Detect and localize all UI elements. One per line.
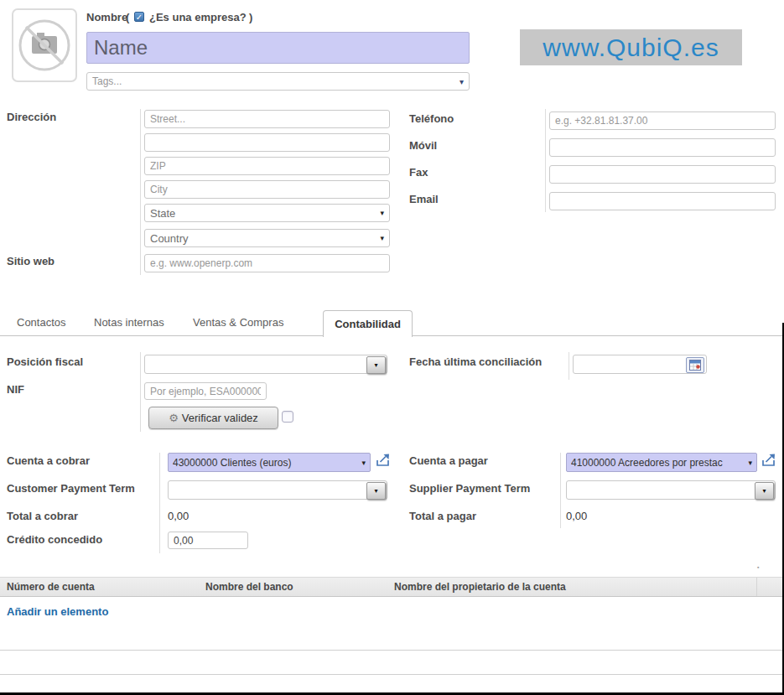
fiscal-position-select[interactable]: ▾ (144, 355, 387, 374)
payable-account-value: 41000000 Acreedores por prestac (571, 457, 745, 469)
column-header-bank-name[interactable]: Nombre del banco (205, 581, 293, 593)
tab-contabilidad[interactable]: Contabilidad (323, 310, 413, 337)
chevron-down-icon: ▾ (748, 459, 752, 467)
check-icon: ✓ (136, 13, 143, 22)
total-receivable-label: Total a cobrar (7, 510, 78, 522)
name-input[interactable] (86, 32, 470, 64)
chevron-down-icon[interactable]: ▾ (366, 356, 386, 374)
divider (545, 109, 546, 212)
external-link-icon (376, 454, 391, 468)
phone-input[interactable] (549, 112, 776, 130)
chevron-down-icon: ▾ (361, 459, 366, 467)
supplier-payment-term-label: Supplier Payment Term (409, 482, 530, 495)
no-camera-icon (12, 8, 77, 82)
tab-notas-internas[interactable]: Notas internas (94, 316, 164, 329)
mobile-input[interactable] (549, 138, 776, 157)
street2-input[interactable] (144, 133, 390, 152)
is-company-label: ¿Es una empresa? (149, 11, 247, 23)
chevron-down-icon: ▾ (380, 209, 384, 217)
tab-ventas-compras[interactable]: Ventas & Compras (193, 316, 283, 329)
verify-vat-button[interactable]: ⚙ Verificar validez (148, 407, 278, 429)
last-reconciliation-date-input[interactable] (573, 355, 707, 374)
chevron-down-icon[interactable]: ▾ (755, 482, 774, 500)
last-reconciliation-label: Fecha última conciliación (409, 355, 542, 368)
avatar[interactable] (12, 8, 77, 86)
tab-contactos[interactable]: Contactos (17, 316, 66, 329)
qubiq-watermark: www.QubiQ.es (520, 29, 742, 65)
website-input[interactable] (144, 254, 390, 272)
credit-limit-label: Crédito concedido (7, 533, 102, 546)
country-select[interactable]: Country ▾ (144, 229, 390, 247)
is-company-checkbox[interactable]: ✓ (134, 12, 144, 22)
divider (756, 578, 757, 596)
paren-open: ( (126, 11, 129, 23)
chevron-down-icon: ▾ (380, 234, 384, 242)
total-payable-value: 0,00 (566, 510, 587, 522)
city-input[interactable] (144, 180, 390, 199)
paren-close: ) (249, 11, 252, 23)
state-select-value: State (150, 207, 175, 220)
payable-account-select[interactable]: 41000000 Acreedores por prestac ▾ (566, 453, 757, 472)
divider (0, 650, 784, 651)
open-payable-account-button[interactable] (761, 454, 776, 471)
email-label: Email (409, 193, 439, 205)
mobile-label: Móvil (409, 139, 437, 152)
total-receivable-value: 0,00 (168, 510, 189, 522)
open-receivable-account-button[interactable] (376, 454, 391, 471)
tags-placeholder: Tags... (92, 75, 122, 87)
supplier-payment-term-select[interactable]: ▾ (566, 480, 776, 500)
street-input[interactable] (144, 110, 390, 128)
bank-table-header: Número de cuenta Nombre del banco Nombre… (0, 577, 784, 597)
fax-label: Fax (409, 166, 428, 179)
verify-vat-label: Verificar validez (182, 412, 258, 424)
total-payable-label: Total a pagar (409, 510, 476, 522)
divider (560, 453, 561, 528)
address-label: Dirección (7, 111, 56, 123)
email-input[interactable] (549, 192, 776, 210)
customer-payment-term-select[interactable]: ▾ (168, 480, 387, 500)
nif-input[interactable] (144, 382, 267, 400)
zip-input[interactable] (144, 157, 390, 175)
gear-icon: ⚙ (169, 412, 179, 424)
external-link-icon (761, 454, 776, 468)
receivable-account-select[interactable]: 43000000 Clientes (euros) ▾ (168, 453, 371, 472)
tags-select[interactable]: Tags... ▾ (86, 72, 470, 91)
receivable-account-label: Cuenta a cobrar (7, 454, 90, 467)
fax-input[interactable] (549, 165, 776, 184)
country-select-value: Country (150, 232, 189, 245)
partner-form: Nombre ( ✓ ¿Es una empresa? ) Tags... ▾ … (0, 0, 784, 695)
website-label: Sitio web (7, 255, 55, 267)
fiscal-position-label: Posición fiscal (7, 355, 83, 368)
state-select[interactable]: State ▾ (144, 204, 390, 222)
nif-label: NIF (7, 383, 24, 396)
chevron-down-icon: ▾ (459, 77, 464, 86)
divider (140, 109, 141, 275)
customer-payment-term-label: Customer Payment Term (7, 482, 135, 495)
vat-subjected-checkbox[interactable] (282, 411, 293, 423)
credit-limit-input[interactable] (168, 532, 248, 549)
divider (140, 352, 141, 432)
column-header-account-owner[interactable]: Nombre del propietario de la cuenta (394, 581, 566, 593)
list-corner-icon: ▪ (757, 564, 759, 570)
phone-label: Teléfono (409, 112, 454, 125)
receivable-account-value: 43000000 Clientes (euros) (173, 457, 359, 469)
divider (0, 674, 784, 675)
chevron-down-icon[interactable]: ▾ (366, 482, 386, 500)
calendar-icon[interactable] (686, 357, 704, 373)
divider (159, 453, 160, 553)
divider (569, 352, 569, 380)
column-header-account-number[interactable]: Número de cuenta (7, 581, 95, 593)
payable-account-label: Cuenta a pagar (409, 454, 488, 467)
add-bank-account-link[interactable]: Añadir un elemento (7, 605, 108, 618)
name-field-label: Nombre (86, 11, 127, 23)
